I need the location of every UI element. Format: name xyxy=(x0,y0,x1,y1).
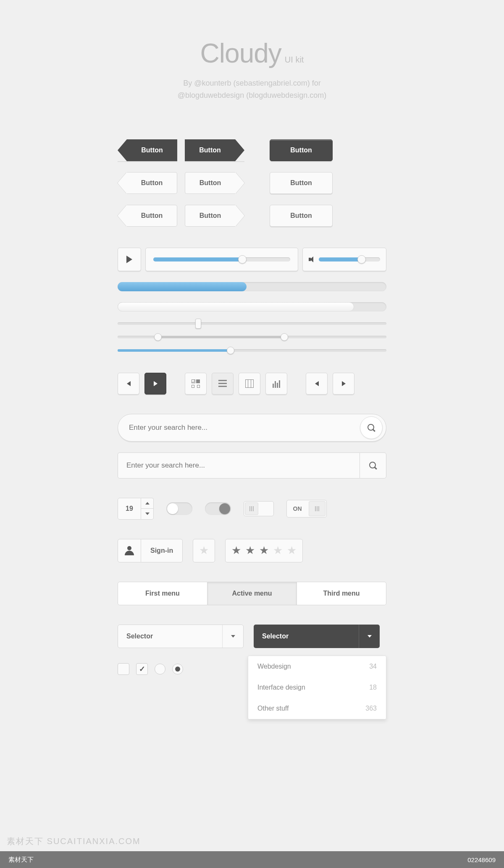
star-icon: ★ xyxy=(259,544,269,557)
selector-light[interactable]: Selector xyxy=(118,625,244,648)
tab-first[interactable]: First menu xyxy=(118,582,207,605)
search-icon xyxy=(369,462,377,469)
menu-tabs: First menu Active menu Third menu xyxy=(118,582,386,605)
tab-third[interactable]: Third menu xyxy=(297,582,386,605)
search-button-round[interactable] xyxy=(360,416,383,439)
next-button-active[interactable] xyxy=(144,373,166,395)
chevron-right-icon xyxy=(154,381,158,386)
list-icon xyxy=(218,379,227,388)
play-icon xyxy=(126,256,132,263)
star-single[interactable]: ★ xyxy=(193,539,215,562)
grid-icon xyxy=(192,379,200,388)
signin-label: Sign-in xyxy=(141,539,183,562)
columns-icon xyxy=(245,379,254,388)
switch-labeled[interactable]: ON xyxy=(286,500,327,518)
nav-prev-button[interactable] xyxy=(306,373,328,395)
star-icon: ★ xyxy=(287,544,297,557)
star-icon: ★ xyxy=(273,544,283,557)
caret-down-icon xyxy=(368,635,372,638)
dropdown-item-label: Interface design xyxy=(257,684,305,691)
play-button[interactable] xyxy=(118,248,141,271)
selector-light-label: Selector xyxy=(118,633,222,640)
switch-on-label: ON xyxy=(287,500,308,517)
search-input-round[interactable] xyxy=(129,424,360,432)
slider-blue[interactable] xyxy=(118,349,386,352)
seek-bar[interactable] xyxy=(145,248,298,271)
button-light-arrow-left-2[interactable]: Button xyxy=(118,205,177,227)
stepper-value: 19 xyxy=(118,498,141,520)
selector-dark-label: Selector xyxy=(254,633,359,640)
toggle-off[interactable] xyxy=(166,502,192,515)
slider-1[interactable] xyxy=(118,322,386,325)
checkbox-checked[interactable] xyxy=(136,663,148,675)
search-input-rect[interactable] xyxy=(118,452,360,478)
tab-active[interactable]: Active menu xyxy=(207,582,297,605)
prev-button[interactable] xyxy=(118,373,139,395)
speaker-icon xyxy=(309,256,315,262)
progress-bar-white xyxy=(118,302,386,311)
button-light-2[interactable]: Button xyxy=(270,205,333,227)
search-button-rect[interactable] xyxy=(360,452,386,478)
footer-bar: 素材天下 02248609 xyxy=(0,851,504,868)
dropdown-item[interactable]: Webdesign 34 xyxy=(248,656,386,677)
button-light-arrow-right-2[interactable]: Button xyxy=(185,205,244,227)
title: Cloudy xyxy=(200,38,281,69)
subtitle: UI kit xyxy=(285,55,304,65)
watermark: 素材天下 SUCAITIANXIA.COM xyxy=(7,836,141,847)
number-stepper: 19 xyxy=(118,498,154,520)
checkbox-unchecked[interactable] xyxy=(118,663,129,675)
stepper-down[interactable] xyxy=(141,508,154,520)
radio-unchecked[interactable] xyxy=(155,664,165,675)
signin-button[interactable]: Sign-in xyxy=(118,539,183,562)
dropdown-item-count: 34 xyxy=(369,663,377,670)
nav-next-button[interactable] xyxy=(333,373,354,395)
dropdown-item-label: Other stuff xyxy=(257,705,289,712)
view-columns-button[interactable] xyxy=(239,373,260,395)
user-icon xyxy=(125,546,134,555)
caret-down-icon xyxy=(145,512,150,515)
caret-down-icon xyxy=(231,635,235,638)
chevron-left-icon xyxy=(315,381,319,386)
button-dark-arrow-left[interactable]: Button xyxy=(118,139,177,161)
radio-checked[interactable] xyxy=(172,664,183,675)
search-rect xyxy=(118,452,386,478)
byline-1: By @kounterb (sebastiengabriel.com) for xyxy=(118,77,386,89)
view-bars-button[interactable] xyxy=(265,373,287,395)
footer-right: 02248609 xyxy=(467,856,496,863)
button-dark[interactable]: Button xyxy=(270,139,333,161)
header: Cloudy UI kit By @kounterb (sebastiengab… xyxy=(118,38,386,102)
footer-left: 素材天下 xyxy=(8,856,34,864)
selector-dark[interactable]: Selector xyxy=(254,625,380,648)
search-icon xyxy=(368,424,375,431)
view-grid-button[interactable] xyxy=(185,373,207,395)
caret-up-icon xyxy=(145,502,150,505)
button-light-arrow-right-1[interactable]: Button xyxy=(185,172,244,194)
star-icon: ★ xyxy=(199,544,209,557)
view-list-button[interactable] xyxy=(212,373,234,395)
search-round xyxy=(118,414,386,442)
star-icon: ★ xyxy=(245,544,255,557)
dropdown-item-label: Webdesign xyxy=(257,663,291,670)
star-rating[interactable]: ★ ★ ★ ★ ★ xyxy=(225,539,303,562)
dropdown-item[interactable]: Interface design 18 xyxy=(248,677,386,698)
dropdown-menu: Webdesign 34 Interface design 18 Other s… xyxy=(248,656,386,719)
button-light-1[interactable]: Button xyxy=(270,172,333,194)
dropdown-item-count: 363 xyxy=(365,705,377,712)
chevron-right-icon xyxy=(342,381,346,386)
barcode-icon xyxy=(272,379,281,388)
toggle-on[interactable] xyxy=(205,502,231,515)
button-dark-arrow-right[interactable]: Button xyxy=(185,139,244,161)
byline-2: @blogduwebdesign (blogduwebdesign.com) xyxy=(118,89,386,102)
chevron-left-icon xyxy=(127,381,131,386)
progress-bar-blue xyxy=(118,282,386,291)
dropdown-item[interactable]: Other stuff 363 xyxy=(248,698,386,719)
star-icon: ★ xyxy=(231,544,241,557)
button-light-arrow-left-1[interactable]: Button xyxy=(118,172,177,194)
stepper-up[interactable] xyxy=(141,498,154,509)
volume-control[interactable] xyxy=(302,248,386,271)
dropdown-item-count: 18 xyxy=(369,684,377,691)
switch-off[interactable] xyxy=(244,501,274,516)
range-slider[interactable] xyxy=(118,336,386,338)
